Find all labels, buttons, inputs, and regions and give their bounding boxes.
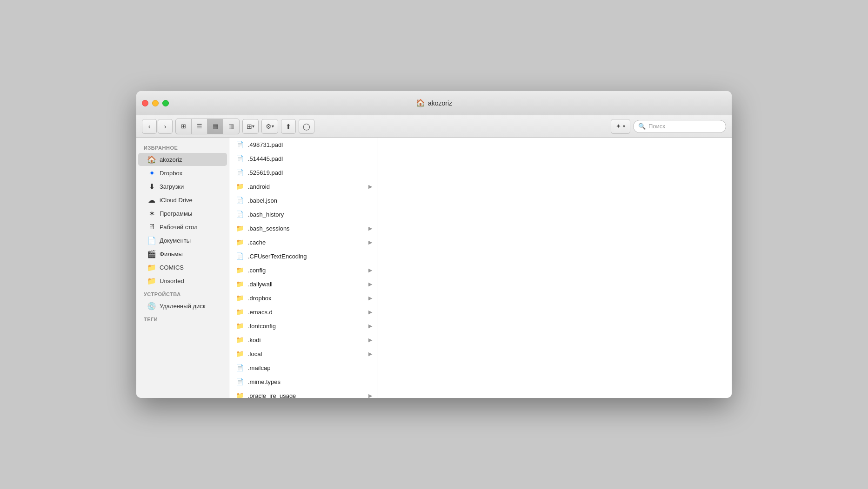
chevron-right-icon: ▶	[368, 393, 372, 398]
file-item[interactable]: 📁 .fontconfig ▶	[229, 319, 378, 333]
sidebar-label-downloads: Загрузки	[160, 183, 184, 190]
sidebar-item-akozoriz[interactable]: 🏠 akozoriz	[138, 153, 227, 166]
sidebar-item-movies[interactable]: 🎬 Фильмы	[138, 247, 227, 260]
tags-header: Теги	[136, 313, 229, 324]
tag-button[interactable]: ◯	[299, 119, 314, 134]
view-group: ⊞ ☰ ▦ ▥	[175, 119, 240, 134]
file-name: .dailywall	[248, 281, 273, 288]
file-name: .cache	[248, 239, 266, 246]
close-button[interactable]	[142, 100, 148, 106]
group-button[interactable]: ⊞ ▾	[242, 119, 259, 134]
back-icon: ‹	[148, 123, 151, 130]
cover-view-icon: ▥	[228, 123, 234, 130]
sidebar-item-unsorted[interactable]: 📁 Unsorted	[138, 274, 227, 287]
file-name: .oracle_jre_usage	[248, 392, 296, 398]
doc-icon: 📄	[235, 154, 244, 163]
file-item[interactable]: 📄 .bash_history	[229, 207, 378, 221]
doc-icon: 📄	[235, 377, 244, 386]
file-item[interactable]: 📄 .CFUserTextEncoding	[229, 249, 378, 263]
view-cover-button[interactable]: ▥	[223, 119, 239, 134]
maximize-button[interactable]	[162, 100, 169, 106]
cloud-icon: ☁	[147, 196, 156, 204]
chevron-right-icon: ▶	[368, 184, 372, 190]
dropbox-icon: ✦	[616, 123, 621, 130]
file-item[interactable]: 📁 .dropbox ▶	[229, 291, 378, 305]
share-button[interactable]: ⬆	[281, 119, 296, 134]
file-name: .514445.padl	[248, 155, 283, 162]
desktop-icon: 🖥	[147, 223, 156, 231]
file-name: .local	[248, 350, 262, 357]
sidebar: Избранное 🏠 akozoriz ✦ Dropbox ⬇ Загрузк…	[136, 138, 229, 398]
file-item[interactable]: 📁 .bash_sessions ▶	[229, 221, 378, 235]
sidebar-label-documents: Документы	[160, 237, 191, 244]
file-name: .bash_sessions	[248, 225, 290, 232]
sidebar-label-unsorted: Unsorted	[160, 278, 184, 284]
sidebar-item-remote-disk[interactable]: 💿 Удаленный диск	[138, 299, 227, 312]
file-item[interactable]: 📁 .cache ▶	[229, 235, 378, 249]
view-columns-button[interactable]: ▦	[207, 119, 223, 134]
file-item[interactable]: 📁 .android ▶	[229, 179, 378, 193]
file-item[interactable]: 📁 .kodi ▶	[229, 333, 378, 347]
group-chevron: ▾	[252, 124, 254, 129]
file-name: .mailcap	[248, 364, 270, 371]
file-name: .dropbox	[248, 295, 272, 302]
file-name: .config	[248, 267, 266, 274]
tag-icon: ◯	[303, 123, 310, 130]
dropbox-chevron: ▾	[623, 124, 625, 129]
view-list-button[interactable]: ☰	[192, 119, 207, 134]
back-button[interactable]: ‹	[142, 119, 157, 134]
preview-pane	[378, 138, 732, 398]
chevron-right-icon: ▶	[368, 351, 372, 357]
doc-icon: 📄	[235, 140, 244, 149]
doc-icon: 📄	[235, 210, 244, 219]
sidebar-item-comics[interactable]: 📁 COMICS	[138, 261, 227, 274]
file-item[interactable]: 📄 .mime.types	[229, 375, 378, 389]
file-item[interactable]: 📄 .mailcap	[229, 361, 378, 375]
folder-icon: 📁	[235, 391, 244, 398]
sidebar-label-desktop: Рабочий стол	[160, 224, 198, 231]
search-placeholder: Поиск	[648, 123, 665, 130]
sidebar-item-icloud[interactable]: ☁ iCloud Drive	[138, 193, 227, 206]
search-icon: 🔍	[638, 123, 646, 130]
sidebar-item-desktop[interactable]: 🖥 Рабочий стол	[138, 220, 227, 233]
titlebar-center: 🏠 akozoriz	[416, 99, 452, 107]
minimize-button[interactable]	[152, 100, 159, 106]
chevron-right-icon: ▶	[368, 225, 372, 231]
gear-chevron: ▾	[272, 124, 274, 129]
forward-button[interactable]: ›	[158, 119, 173, 134]
documents-icon: 📄	[147, 236, 156, 244]
sidebar-item-dropbox[interactable]: ✦ Dropbox	[138, 166, 227, 179]
toolbar: ‹ › ⊞ ☰ ▦ ▥ ⊞ ▾ ⚙	[136, 115, 732, 138]
search-box: 🔍 Поиск	[633, 120, 726, 133]
folder-icon: 📁	[235, 265, 244, 275]
file-name: .babel.json	[248, 197, 277, 204]
nav-buttons: ‹ ›	[142, 119, 173, 134]
sidebar-item-documents[interactable]: 📄 Документы	[138, 234, 227, 247]
file-item[interactable]: 📄 .525619.padl	[229, 165, 378, 179]
sidebar-item-programs[interactable]: ✶ Программы	[138, 207, 227, 220]
forward-icon: ›	[164, 123, 167, 130]
file-item[interactable]: 📁 .dailywall ▶	[229, 277, 378, 291]
dropbox-button[interactable]: ✦ ▾	[611, 119, 630, 134]
view-icon-button[interactable]: ⊞	[176, 119, 192, 134]
file-item[interactable]: 📁 .local ▶	[229, 347, 378, 361]
file-item[interactable]: 📄 .babel.json	[229, 193, 378, 207]
file-item[interactable]: 📁 .emacs.d ▶	[229, 305, 378, 319]
file-item[interactable]: 📁 .config ▶	[229, 263, 378, 277]
folder-icon-comics: 📁	[147, 263, 156, 271]
folder-icon: 📁	[235, 335, 244, 344]
apps-icon: ✶	[147, 209, 156, 218]
file-item[interactable]: 📄 .514445.padl	[229, 152, 378, 165]
file-item[interactable]: 📄 .498731.padl	[229, 138, 378, 152]
sidebar-item-downloads[interactable]: ⬇ Загрузки	[138, 180, 227, 193]
file-item[interactable]: 📁 .oracle_jre_usage ▶	[229, 389, 378, 398]
file-name: .525619.padl	[248, 169, 283, 176]
titlebar: 🏠 akozoriz	[136, 91, 732, 115]
icon-view-icon: ⊞	[181, 123, 186, 130]
traffic-lights	[142, 100, 169, 106]
chevron-right-icon: ▶	[368, 323, 372, 329]
actions-button[interactable]: ⚙ ▾	[261, 119, 278, 134]
home-icon: 🏠	[147, 155, 156, 164]
folder-icon: 📁	[235, 321, 244, 330]
chevron-right-icon: ▶	[368, 309, 372, 315]
